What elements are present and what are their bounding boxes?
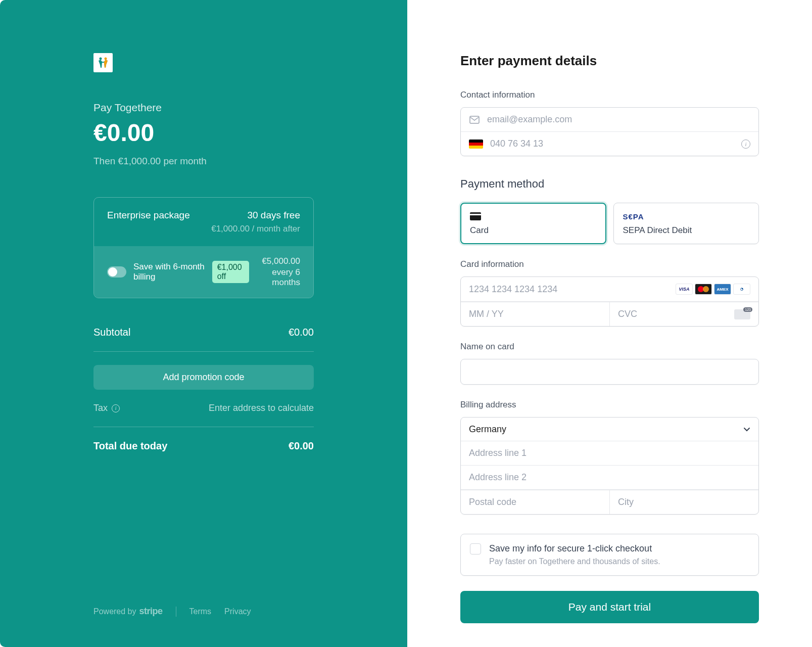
contact-info-label: Contact information <box>460 90 759 100</box>
save-info-title: Save my info for secure 1-click checkout <box>489 543 660 554</box>
svg-rect-3 <box>470 212 481 220</box>
postal-code-field[interactable] <box>469 497 601 507</box>
save-billing-label: Save with 6-month billing <box>133 262 205 282</box>
payment-form-panel: Enter payment details Contact informatio… <box>407 0 812 647</box>
subtotal-value: €0.00 <box>289 327 314 338</box>
name-on-card-field[interactable] <box>469 366 750 377</box>
country-select[interactable]: Germany <box>469 424 736 434</box>
email-field[interactable] <box>487 114 750 125</box>
save-info-checkbox[interactable] <box>470 543 481 554</box>
privacy-link[interactable]: Privacy <box>224 607 251 616</box>
save-info-subtitle: Pay faster on Togethere and thousands of… <box>489 557 660 566</box>
payment-method-card[interactable]: Card <box>460 203 606 244</box>
city-field[interactable] <box>618 497 750 507</box>
tax-hint: Enter address to calculate <box>209 403 314 413</box>
address-line-2-field[interactable] <box>469 472 750 483</box>
visa-icon: VISA <box>676 284 693 295</box>
powered-by-label: Powered by <box>93 607 136 616</box>
recurring-text: Then €1,000.00 per month <box>93 156 314 167</box>
tax-label: Tax <box>93 403 108 413</box>
six-month-price: €5,000.00 <box>256 256 300 266</box>
price-after-trial: €1,000.00 / month after <box>211 224 300 234</box>
page-title: Enter payment details <box>460 53 759 69</box>
payment-method-sepa[interactable]: S€PA SEPA Direct Debit <box>613 203 759 244</box>
add-promo-button[interactable]: Add promotion code <box>93 365 314 390</box>
tax-info-icon[interactable]: i <box>112 404 120 412</box>
amount-due: €0.00 <box>93 119 314 147</box>
address-line-1-field[interactable] <box>469 448 750 458</box>
mastercard-icon <box>695 284 712 295</box>
svg-point-0 <box>100 58 102 60</box>
phone-field[interactable] <box>490 138 734 149</box>
trial-duration: 30 days free <box>211 210 300 221</box>
diners-icon: ◔ <box>733 284 750 295</box>
svg-rect-2 <box>470 116 479 123</box>
package-name: Enterprise package <box>107 210 190 221</box>
card-cvc-field[interactable] <box>618 309 734 319</box>
subtotal-label: Subtotal <box>93 327 130 338</box>
card-expiry-field[interactable] <box>469 309 601 319</box>
total-value: €0.00 <box>289 440 314 452</box>
sepa-logo-icon: S€PA <box>623 212 644 221</box>
card-number-field[interactable] <box>469 284 668 295</box>
name-on-card-label: Name on card <box>460 342 759 352</box>
country-flag-icon[interactable] <box>469 140 483 149</box>
order-summary-panel: Pay Togethere €0.00 Then €1,000.00 per m… <box>0 0 407 647</box>
payment-method-heading: Payment method <box>460 177 759 191</box>
stripe-logo: stripe <box>139 606 163 617</box>
merchant-logo <box>93 53 113 72</box>
svg-point-1 <box>105 58 107 60</box>
six-month-interval: every 6 months <box>256 267 300 288</box>
cvc-icon <box>734 309 750 319</box>
card-info-label: Card information <box>460 259 759 269</box>
email-icon <box>469 115 480 124</box>
pay-button[interactable]: Pay and start trial <box>460 591 759 623</box>
chevron-down-icon <box>743 426 750 433</box>
pay-merchant-label: Pay Togethere <box>93 102 314 114</box>
total-label: Total due today <box>93 440 167 452</box>
footer: Powered by stripe Terms Privacy <box>93 606 314 617</box>
billing-interval-toggle[interactable] <box>107 266 126 278</box>
card-icon <box>470 211 597 221</box>
card-brand-icons: VISA AMEX ◔ <box>676 284 750 295</box>
phone-info-icon[interactable]: i <box>741 140 750 149</box>
billing-address-label: Billing address <box>460 400 759 410</box>
package-box: Enterprise package 30 days free €1,000.0… <box>93 197 314 298</box>
amex-icon: AMEX <box>714 284 731 295</box>
discount-badge: €1,000 off <box>212 261 249 283</box>
svg-rect-4 <box>470 214 481 215</box>
terms-link[interactable]: Terms <box>189 607 212 616</box>
